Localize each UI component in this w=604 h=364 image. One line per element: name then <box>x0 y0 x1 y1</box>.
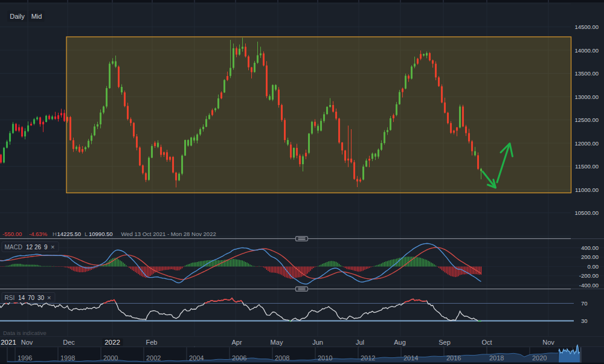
svg-text:14000.00: 14000.00 <box>574 47 599 54</box>
svg-text:14225.50: 14225.50 <box>57 231 82 237</box>
svg-text:2004: 2004 <box>189 354 204 362</box>
svg-text:2008: 2008 <box>275 354 289 362</box>
svg-text:11000.00: 11000.00 <box>575 187 599 193</box>
svg-text:10990.50: 10990.50 <box>89 231 113 237</box>
svg-text:Jun: Jun <box>312 339 323 346</box>
svg-text:12000.00: 12000.00 <box>574 140 599 147</box>
svg-text:2012: 2012 <box>361 354 375 362</box>
svg-text:2014: 2014 <box>403 354 418 362</box>
svg-text:Oct: Oct <box>481 339 492 346</box>
svg-text:2000: 2000 <box>103 354 118 362</box>
svg-text:RSI: RSI <box>5 295 15 301</box>
svg-text:Dec: Dec <box>63 339 75 346</box>
svg-text:12: 12 <box>26 244 33 251</box>
svg-text:Mid: Mid <box>31 13 42 20</box>
svg-text:H: H <box>53 231 57 237</box>
svg-text:Sep: Sep <box>439 339 451 346</box>
svg-text:May: May <box>271 339 283 346</box>
svg-text:Jul: Jul <box>356 339 364 346</box>
svg-text:Aug: Aug <box>394 339 406 346</box>
svg-text:-200.00: -200.00 <box>579 272 599 279</box>
svg-text:L: L <box>85 231 88 237</box>
svg-text:2020: 2020 <box>532 354 547 362</box>
svg-text:Apr: Apr <box>231 339 242 346</box>
svg-text:12500.00: 12500.00 <box>574 117 599 123</box>
svg-text:2021: 2021 <box>1 339 16 346</box>
svg-text:2018: 2018 <box>489 354 504 362</box>
svg-text:-400.00: -400.00 <box>579 282 599 289</box>
svg-text:Daily: Daily <box>10 13 25 20</box>
svg-text:MACD: MACD <box>5 244 22 251</box>
svg-text:×: × <box>47 294 51 301</box>
svg-text:1998: 1998 <box>60 354 75 362</box>
svg-text:Data is indicative: Data is indicative <box>3 330 47 336</box>
svg-text:Feb: Feb <box>146 339 158 346</box>
svg-text:14500.00: 14500.00 <box>574 24 599 30</box>
svg-text:-550.00: -550.00 <box>2 231 22 237</box>
svg-text:14: 14 <box>18 295 25 301</box>
svg-text:×: × <box>51 243 54 251</box>
svg-text:Nov: Nov <box>542 339 554 346</box>
svg-text:9: 9 <box>44 244 48 251</box>
svg-text:30: 30 <box>581 318 588 324</box>
svg-text:2006: 2006 <box>232 354 246 362</box>
svg-text:2010: 2010 <box>318 354 332 362</box>
svg-text:13000.00: 13000.00 <box>574 94 599 100</box>
svg-text:200.00: 200.00 <box>581 254 599 260</box>
svg-text:2016: 2016 <box>446 354 461 362</box>
svg-text:Wed 13 Oct 2021 - Mon 28 Nov 2: Wed 13 Oct 2021 - Mon 28 Nov 2022 <box>121 231 216 237</box>
svg-text:1996: 1996 <box>18 354 32 362</box>
svg-text:Nov: Nov <box>21 339 33 346</box>
svg-text:2022: 2022 <box>104 339 120 346</box>
svg-text:0.00: 0.00 <box>588 263 599 270</box>
svg-text:11500.00: 11500.00 <box>575 163 599 170</box>
svg-text:-4.63%: -4.63% <box>29 231 48 237</box>
svg-text:13500.00: 13500.00 <box>574 70 599 77</box>
svg-text:26: 26 <box>34 244 42 251</box>
svg-text:70: 70 <box>28 295 35 301</box>
svg-text:70: 70 <box>581 300 588 307</box>
svg-text:30: 30 <box>37 295 45 301</box>
svg-text:2002: 2002 <box>146 354 161 362</box>
svg-text:400.00: 400.00 <box>581 244 599 251</box>
svg-text:10500.00: 10500.00 <box>574 209 599 216</box>
